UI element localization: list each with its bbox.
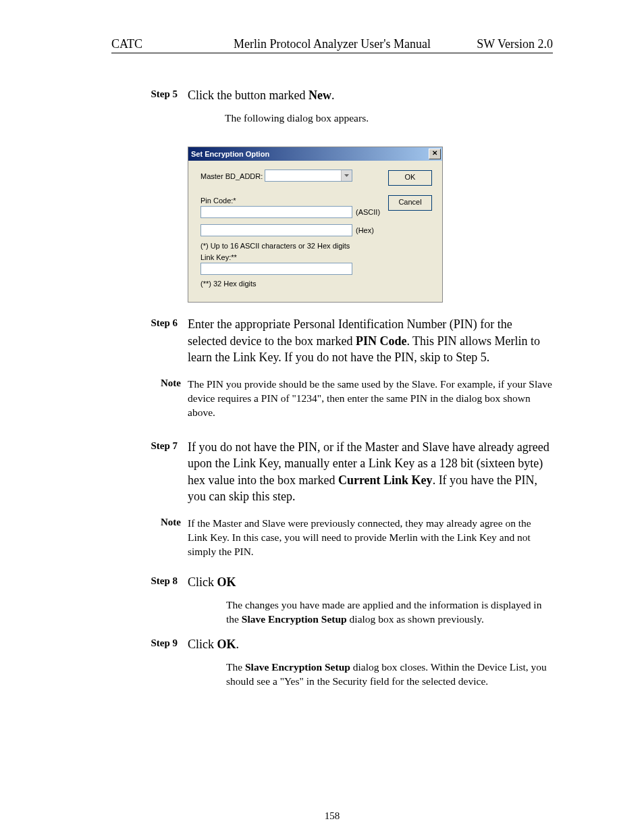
step-6-bold1: PIN Code (356, 334, 407, 348)
ascii-label: (ASCII) (356, 208, 380, 216)
step-8-sub: The changes you have made are applied an… (226, 598, 553, 627)
link-key-note: (**) 32 Hex digits (200, 280, 257, 288)
step-5: Step 5 Click the button marked New. The … (111, 87, 553, 134)
step-9-sub-seg1: The (226, 661, 245, 673)
step-9-pre: Click (188, 637, 217, 651)
set-encryption-dialog: Set Encryption Option ✕ Master BD_ADDR: … (188, 147, 443, 303)
dialog-titlebar: Set Encryption Option ✕ (188, 147, 442, 161)
step-6-body: Enter the appropriate Personal Identific… (188, 316, 553, 365)
step-6-label: Step 6 (111, 316, 188, 365)
step-5-bold: New (308, 88, 331, 102)
step-8-label: Step 8 (111, 574, 188, 590)
svg-marker-0 (344, 174, 349, 177)
step-8-sub-seg2: dialog box as shown previously. (347, 613, 484, 625)
step-5-text-post: . (331, 88, 335, 102)
master-bd-addr-label: Master BD_ADDR: (200, 172, 263, 180)
step-7-label: Step 7 (111, 439, 188, 504)
cancel-button[interactable]: Cancel (388, 195, 432, 211)
note-6-label: Note (111, 377, 188, 420)
hex-label: (Hex) (356, 226, 374, 234)
note-7-label: Note (111, 517, 188, 559)
step-7-body: If you do not have the PIN, or if the Ma… (188, 439, 553, 504)
step-8-bold: OK (217, 575, 236, 589)
step-9-sub-bold: Slave Encryption Setup (245, 661, 350, 673)
step-9-body: Click OK. (188, 636, 553, 652)
master-bd-addr-combo[interactable] (265, 170, 352, 182)
note-7-body: If the Master and Slave were previously … (188, 517, 553, 559)
header-right: SW Version 2.0 (445, 37, 553, 51)
note-7: Note If the Master and Slave were previo… (111, 517, 553, 559)
ok-button[interactable]: OK (388, 170, 432, 186)
pin-code-ascii-input[interactable] (200, 206, 352, 218)
step-5-body: Click the button marked New. The followi… (188, 87, 553, 134)
pin-code-label: Pin Code:* (200, 197, 236, 205)
step-9: Step 9 Click OK. (111, 636, 553, 652)
chevron-down-icon[interactable] (341, 170, 352, 181)
page-number: 158 (111, 810, 553, 822)
link-key-input[interactable] (200, 263, 352, 275)
step-5-sub: The following dialog box appears. (225, 111, 553, 125)
pin-code-hex-input[interactable] (200, 224, 352, 236)
step-5-label: Step 5 (111, 87, 188, 134)
dialog-title: Set Encryption Option (191, 150, 269, 158)
page: CATC Merlin Protocol Analyzer User's Man… (0, 0, 644, 834)
note-6: Note The PIN you provide should be the s… (111, 377, 553, 420)
dialog-wrap: Set Encryption Option ✕ Master BD_ADDR: … (188, 147, 553, 303)
header-left: CATC (111, 37, 219, 51)
pin-asterisk-note: (*) Up to 16 ASCII characters or 32 Hex … (200, 242, 350, 250)
header-center: Merlin Protocol Analyzer User's Manual (219, 37, 445, 51)
step-9-sub: The Slave Encryption Setup dialog box cl… (226, 660, 553, 689)
step-9-bold: OK (217, 637, 236, 651)
dialog-body: Master BD_ADDR: OK Cancel Pin Code:* (AS… (188, 161, 442, 302)
step-6: Step 6 Enter the appropriate Personal Id… (111, 316, 553, 365)
step-8: Step 8 Click OK (111, 574, 553, 590)
step-9-label: Step 9 (111, 636, 188, 652)
step-8-body: Click OK (188, 574, 553, 590)
step-8-pre: Click (188, 575, 217, 589)
step-7: Step 7 If you do not have the PIN, or if… (111, 439, 553, 504)
page-header: CATC Merlin Protocol Analyzer User's Man… (111, 37, 553, 53)
close-icon[interactable]: ✕ (429, 149, 441, 159)
link-key-label: Link Key:** (200, 253, 237, 261)
step-8-sub-bold: Slave Encryption Setup (242, 613, 347, 625)
step-7-bold1: Current Link Key (338, 473, 433, 487)
note-6-body: The PIN you provide should be the same u… (188, 377, 553, 420)
step-5-text-pre: Click the button marked (188, 88, 308, 102)
step-9-post: . (236, 637, 240, 651)
